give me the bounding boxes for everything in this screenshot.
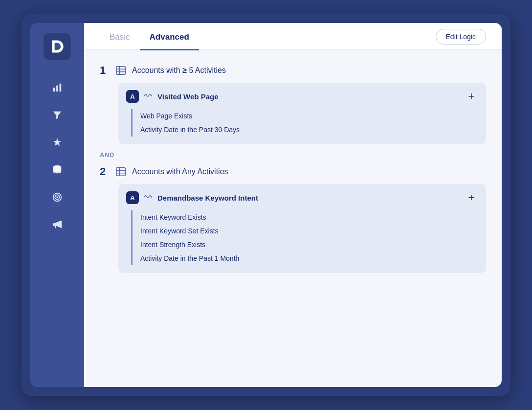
condition-item-1-1: Activity Date in the Past 30 Days [140,123,478,137]
filter-title-1: Accounts with ≥ 5 Activities [132,66,226,75]
tab-advanced[interactable]: Advanced [140,24,199,50]
edit-logic-button[interactable]: Edit Logic [436,29,486,45]
filter-number-2: 2 [100,165,110,178]
svg-rect-1 [56,85,58,91]
table-icon-1 [115,65,126,76]
condition-item-2-2: Intent Strength Exists [140,238,478,251]
sidebar-item-database[interactable] [45,158,69,182]
condition-list-1: Web Page Exists Activity Date in the Pas… [131,109,478,137]
activity-card-1: A Visited Web Page + Web Page Exists Act… [118,83,486,144]
sidebar [30,23,84,387]
activity-wave-icon-2 [144,192,153,203]
filter-header-2: 2 Accounts with Any Activities [100,165,486,178]
sidebar-item-megaphone[interactable] [45,213,69,236]
svg-rect-2 [60,84,62,92]
filter-title-2: Accounts with Any Activities [132,167,228,176]
sidebar-item-analytics[interactable] [45,76,69,99]
main-area: Basic Advanced Edit Logic 1 [84,23,502,387]
activity-card-header-1: A Visited Web Page + [126,90,478,103]
svg-rect-7 [116,67,125,75]
badge-a-1: A [126,90,139,103]
sidebar-item-target[interactable] [45,185,69,209]
app-frame: Basic Advanced Edit Logic 1 [22,14,510,396]
and-label: AND [100,151,114,159]
add-condition-button-1[interactable]: + [465,90,478,103]
svg-rect-11 [116,168,125,176]
condition-list-2: Intent Keyword Exists Intent Keyword Set… [131,210,478,265]
and-separator: AND [100,151,486,159]
condition-item-1-0: Web Page Exists [140,109,478,123]
condition-item-2-3: Activity Date in the Past 1 Month [140,251,478,265]
activity-card-2: A Demandbase Keyword Intent + Intent Key… [118,184,486,273]
filter-group-2: 2 Accounts with Any Activities [100,165,486,273]
filter-group-1: 1 Accounts with ≥ 5 Activities [100,64,486,144]
tab-basic[interactable]: Basic [100,24,140,50]
sidebar-nav [30,76,84,236]
app-logo [44,33,71,60]
tabs-bar: Basic Advanced Edit Logic [84,23,502,50]
sidebar-item-funnel[interactable] [45,103,69,127]
badge-a-2: A [126,191,139,204]
activity-name-2: Demandbase Keyword Intent [157,194,460,202]
filter-number-1: 1 [100,64,110,77]
sidebar-item-spark[interactable] [45,131,69,154]
activity-name-1: Visited Web Page [157,92,460,101]
condition-item-2-0: Intent Keyword Exists [140,210,478,224]
svg-point-6 [56,196,58,198]
activity-card-header-2: A Demandbase Keyword Intent + [126,191,478,205]
svg-rect-0 [53,88,55,91]
activity-wave-icon-1 [144,91,153,102]
condition-item-2-1: Intent Keyword Set Exists [140,224,478,238]
table-icon-2 [115,166,126,177]
filter-header-1: 1 Accounts with ≥ 5 Activities [100,64,486,77]
content-area: 1 Accounts with ≥ 5 Activities [84,50,502,387]
add-condition-button-2[interactable]: + [465,191,478,205]
